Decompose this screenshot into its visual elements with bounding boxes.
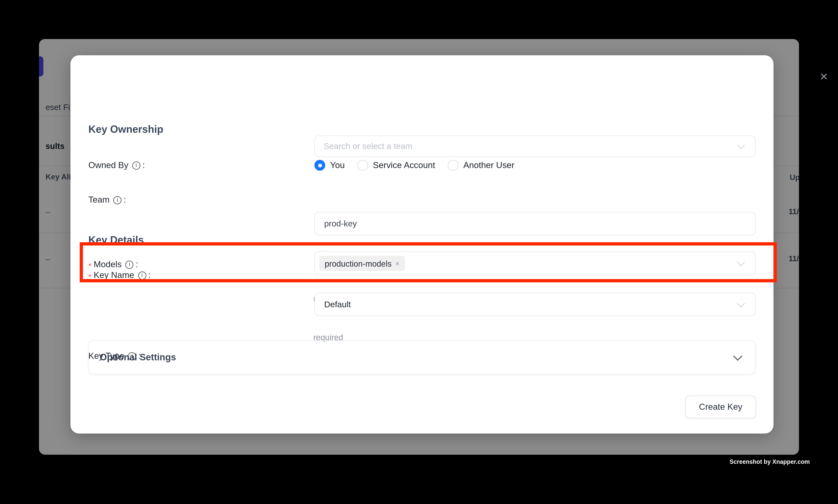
models-label: * Models i : xyxy=(88,259,138,269)
radio-option-you[interactable]: You xyxy=(314,160,345,171)
close-icon[interactable]: ✕ xyxy=(815,68,833,85)
info-icon[interactable]: i xyxy=(113,196,122,204)
label-colon: : xyxy=(148,270,150,280)
chevron-down-icon xyxy=(737,141,745,149)
optional-settings-accordion[interactable]: Optional Settings xyxy=(88,340,755,374)
info-icon[interactable]: i xyxy=(138,271,146,279)
section-title-key-ownership: Key Ownership xyxy=(88,124,163,136)
team-select-placeholder: Search or select a team xyxy=(323,142,412,151)
screenshot-canvas: eset Filt sults Key Alia Up – 11/ – 11/ … xyxy=(0,0,838,504)
owned-by-radio-group: You Service Account Another User xyxy=(314,160,514,171)
team-label: Team i : xyxy=(88,195,126,205)
radio-selected-icon[interactable] xyxy=(314,160,325,171)
watermark-text: Screenshot by Xnapper.com xyxy=(730,458,799,465)
required-asterisk: * xyxy=(88,272,92,281)
remove-tag-icon[interactable]: × xyxy=(395,260,399,267)
label-colon: : xyxy=(143,160,145,170)
owned-by-label-text: Owned By xyxy=(88,160,128,170)
create-key-modal: ✕ Key Ownership Owned By i : You Service… xyxy=(70,55,773,434)
team-label-text: Team xyxy=(88,195,110,205)
info-icon[interactable]: i xyxy=(132,161,140,169)
models-select[interactable]: production-models × xyxy=(314,251,755,275)
chevron-down-icon xyxy=(737,300,745,307)
radio-unselected-icon[interactable] xyxy=(447,160,459,171)
key-name-label: * Key Name i : xyxy=(88,270,151,280)
required-asterisk: * xyxy=(88,261,92,270)
info-icon[interactable]: i xyxy=(125,260,133,269)
label-colon: : xyxy=(124,195,126,205)
key-name-value: prod-key xyxy=(324,219,357,228)
section-title-key-details: Key Details xyxy=(88,234,144,246)
key-name-input[interactable]: prod-key xyxy=(314,212,755,235)
key-type-value: Default xyxy=(324,300,351,309)
owned-by-label: Owned By i : xyxy=(88,160,145,170)
label-colon: : xyxy=(136,259,138,269)
models-label-text: Models xyxy=(94,259,122,269)
radio-label: Service Account xyxy=(373,160,435,170)
radio-unselected-icon[interactable] xyxy=(357,160,368,171)
radio-option-another-user[interactable]: Another User xyxy=(447,160,514,171)
radio-label: Another User xyxy=(463,160,515,170)
key-type-select[interactable]: Default xyxy=(314,293,755,316)
radio-option-service-account[interactable]: Service Account xyxy=(357,160,435,171)
radio-label: You xyxy=(330,160,345,170)
optional-settings-title: Optional Settings xyxy=(100,352,176,363)
selected-model-tag: production-models × xyxy=(319,256,405,271)
chevron-down-icon xyxy=(737,258,745,266)
key-name-label-text: Key Name xyxy=(94,270,134,280)
selected-model-tag-label: production-models xyxy=(325,259,392,268)
stage: eset Filt sults Key Alia Up – 11/ – 11/ … xyxy=(0,0,838,504)
team-select[interactable]: Search or select a team xyxy=(314,136,755,157)
chevron-down-icon xyxy=(733,352,742,361)
create-key-button[interactable]: Create Key xyxy=(685,396,756,418)
